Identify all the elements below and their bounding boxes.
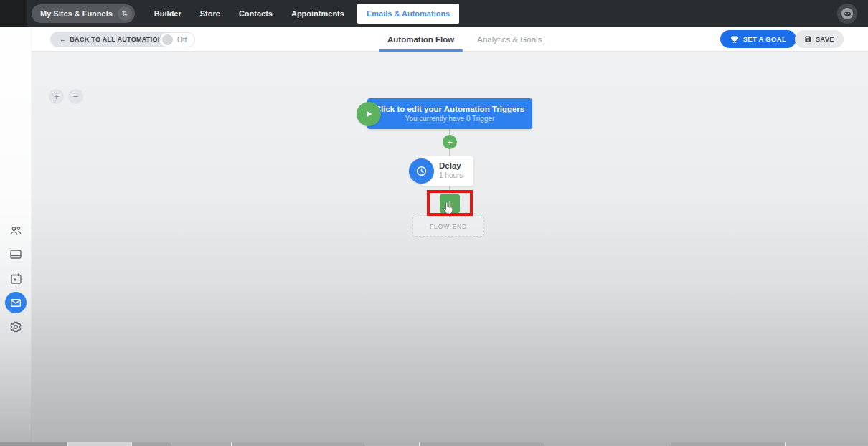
add-step-connector-button[interactable]: + (443, 135, 457, 149)
nav-store[interactable]: Store (191, 0, 230, 27)
set-a-goal-label: SET A GOAL (743, 35, 786, 43)
nav-builder[interactable]: Builder (145, 0, 191, 27)
toggle-state-label: Off (177, 36, 187, 44)
sidebar-settings-item[interactable] (0, 321, 32, 333)
sidebar-appointments-item[interactable] (0, 273, 32, 284)
delay-clock-badge (409, 158, 434, 184)
clock-icon (416, 166, 427, 176)
zoom-in-button[interactable]: + (49, 89, 64, 104)
set-a-goal-button[interactable]: SET A GOAL (720, 30, 796, 48)
gear-icon (10, 321, 22, 333)
zoom-out-button[interactable]: − (68, 89, 83, 104)
back-arrow-icon: ← (60, 36, 66, 43)
left-icon-sidebar (0, 27, 32, 446)
my-sites-funnels-label: My Sites & Funnels (40, 9, 113, 18)
sort-arrows-icon: ⇅ (118, 6, 132, 21)
topbar-left-cap (0, 0, 27, 27)
save-button[interactable]: SAVE (795, 30, 844, 48)
delay-duration: 1 hours (439, 171, 473, 179)
sidebar-sites-item[interactable] (0, 250, 32, 259)
sidebar-contacts-item[interactable] (0, 226, 32, 236)
automation-flow-canvas[interactable]: + − Click to edit your Automation Trigge… (32, 52, 868, 446)
add-step-after-delay-button[interactable]: + (440, 194, 460, 213)
trigger-subtitle: You currently have 0 Trigger (405, 115, 495, 123)
back-button-label: BACK TO ALL AUTOMATIONS (70, 36, 167, 43)
video-timeline-strip (0, 442, 868, 446)
top-navigation-bar: My Sites & Funnels ⇅ Builder Store Conta… (0, 0, 868, 27)
automation-on-off-toggle[interactable]: Off (159, 32, 195, 47)
editor-tabs: Automation Flow Analytics & Goals (376, 27, 553, 52)
nav-emails-automations[interactable]: Emails & Automations (357, 4, 459, 24)
delay-title: Delay (439, 161, 473, 170)
envelope-icon (11, 299, 21, 307)
calendar-icon (11, 273, 22, 284)
play-icon (364, 110, 373, 118)
toggle-knob (162, 34, 173, 45)
back-to-all-automations-button[interactable]: ← BACK TO ALL AUTOMATIONS (50, 32, 176, 47)
sidebar-emails-item-active[interactable] (5, 292, 27, 313)
people-icon (9, 226, 22, 236)
nav-contacts[interactable]: Contacts (230, 0, 282, 27)
tab-automation-flow[interactable]: Automation Flow (376, 27, 466, 52)
automation-toolbar: ← BACK TO ALL AUTOMATIONS Off Automation… (32, 27, 868, 52)
my-sites-funnels-menu[interactable]: My Sites & Funnels ⇅ (32, 4, 135, 23)
content-area: ← BACK TO ALL AUTOMATIONS Off Automation… (0, 27, 868, 446)
flow-end-node: FLOW END (412, 217, 484, 237)
tab-analytics-goals[interactable]: Analytics & Goals (466, 27, 553, 52)
monitor-icon (10, 250, 22, 259)
app-window: My Sites & Funnels ⇅ Builder Store Conta… (0, 0, 868, 446)
save-floppy-icon (804, 35, 812, 43)
avatar-face-icon (841, 8, 853, 19)
automation-trigger-node[interactable]: Click to edit your Automation Triggers Y… (367, 98, 532, 129)
trigger-title: Click to edit your Automation Triggers (375, 105, 525, 113)
trigger-play-icon-badge[interactable] (357, 102, 381, 126)
top-nav-items: Builder Store Contacts Appointments Emai… (145, 0, 459, 27)
nav-appointments[interactable]: Appointments (282, 0, 354, 27)
trophy-icon (730, 35, 739, 44)
account-avatar[interactable] (837, 4, 857, 24)
save-label: SAVE (816, 35, 834, 43)
